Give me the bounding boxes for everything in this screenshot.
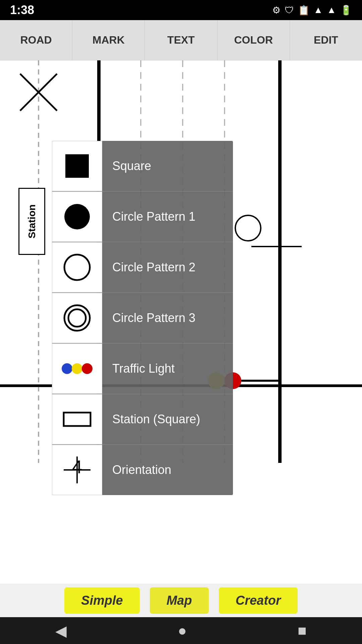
dropdown-item-circle2[interactable]: Circle Pattern 2 — [52, 242, 233, 293]
circle1-label: Circle Pattern 1 — [102, 210, 195, 224]
status-time: 1:38 — [10, 3, 34, 17]
bottom-tabs: Simple Map Creator — [0, 584, 362, 617]
station-icon-box — [52, 394, 102, 444]
svg-point-12 — [64, 255, 90, 280]
shield-icon: 🛡 — [285, 5, 294, 16]
circle2-icon-box — [52, 242, 102, 292]
station-label: Station (Square) — [102, 412, 200, 426]
card-icon: 📋 — [298, 5, 310, 16]
traffic-label: Traffic Light — [102, 362, 175, 376]
nav-road[interactable]: ROAD — [0, 20, 72, 60]
circle1-icon-box — [52, 192, 102, 242]
dropdown-item-station[interactable]: Station (Square) — [52, 394, 233, 445]
nav-bar: ◀ ● ■ — [0, 617, 362, 644]
dropdown-item-square[interactable]: Square — [52, 141, 233, 192]
nav-edit[interactable]: EDIT — [290, 20, 362, 60]
status-bar: 1:38 ⚙ 🛡 📋 ▲ ▲ 🔋 — [0, 0, 362, 20]
station-label: Station — [18, 188, 45, 255]
wifi-icon: ▲ — [314, 5, 323, 15]
signal-icon: ▲ — [327, 5, 336, 15]
orientation-label: Orientation — [102, 463, 171, 477]
nav-mark[interactable]: MARK — [72, 20, 145, 60]
home-button[interactable]: ● — [178, 622, 187, 639]
dropdown-item-orientation[interactable]: 4 Orientation — [52, 445, 233, 495]
gear-icon: ⚙ — [272, 5, 281, 16]
svg-rect-10 — [65, 154, 89, 178]
battery-icon: 🔋 — [340, 5, 352, 16]
circle3-icon-box — [52, 293, 102, 343]
svg-rect-18 — [64, 413, 90, 426]
x-mark — [17, 70, 60, 114]
dropdown-item-traffic[interactable]: Traffic Light — [52, 343, 233, 394]
square-label: Square — [102, 159, 151, 173]
circle3-label: Circle Pattern 3 — [102, 311, 195, 325]
svg-point-17 — [82, 363, 93, 374]
svg-point-15 — [62, 363, 72, 374]
circle-mark-right — [235, 215, 261, 241]
recents-button[interactable]: ■ — [298, 622, 307, 639]
circle2-label: Circle Pattern 2 — [102, 260, 195, 274]
back-button[interactable]: ◀ — [55, 622, 67, 639]
canvas-area: Station Square Circle Pattern 1 — [0, 60, 362, 584]
square-icon-box — [52, 141, 102, 191]
nav-text[interactable]: TEXT — [145, 20, 217, 60]
tab-creator[interactable]: Creator — [219, 587, 298, 614]
top-nav: ROAD MARK TEXT COLOR EDIT — [0, 20, 362, 60]
svg-point-11 — [64, 204, 90, 229]
status-icons: ⚙ 🛡 📋 ▲ ▲ 🔋 — [272, 5, 352, 16]
traffic-icon-box — [52, 343, 102, 394]
orientation-icon-box: 4 — [52, 445, 102, 495]
svg-text:4: 4 — [72, 457, 82, 477]
dropdown-item-circle3[interactable]: Circle Pattern 3 — [52, 293, 233, 343]
nav-color[interactable]: COLOR — [218, 20, 290, 60]
svg-point-16 — [72, 363, 82, 374]
dropdown-menu: Square Circle Pattern 1 Circle Pattern 2 — [52, 141, 233, 495]
svg-point-14 — [68, 309, 86, 327]
tab-map[interactable]: Map — [150, 587, 209, 614]
tab-simple[interactable]: Simple — [64, 587, 140, 614]
dropdown-item-circle1[interactable]: Circle Pattern 1 — [52, 192, 233, 242]
tl-line — [241, 380, 282, 382]
